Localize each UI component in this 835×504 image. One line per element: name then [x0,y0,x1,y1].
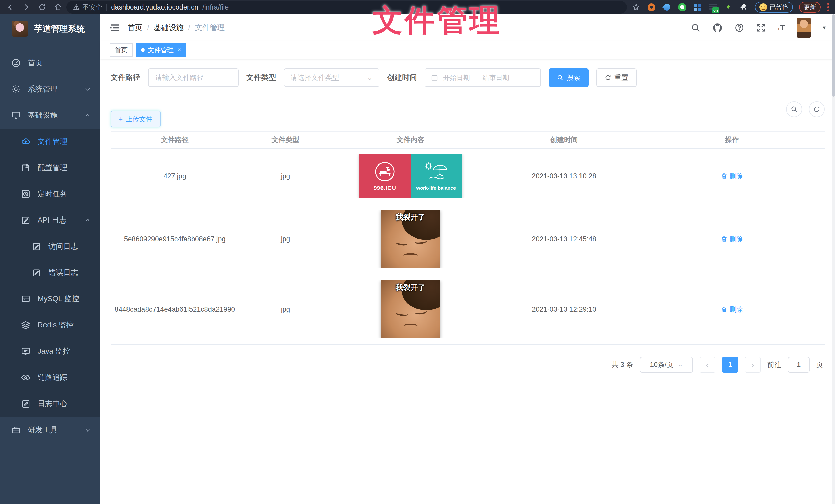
font-size-icon[interactable]: тT [778,23,785,32]
breadcrumb-infra[interactable]: 基础设施 [154,23,184,33]
toolbox-icon [11,425,21,435]
chevron-down-icon[interactable]: ▾ [823,24,826,31]
chevron-up-icon [84,112,91,119]
sidebar-item-devtools[interactable]: 研发工具 [0,417,100,443]
delete-button[interactable]: 删除 [721,172,743,181]
hamburger-icon[interactable] [109,22,120,33]
trash-icon [721,173,728,180]
sidebar-item-system[interactable]: 系统管理 [0,76,100,102]
delete-button[interactable]: 删除 [721,305,743,314]
file-preview-image[interactable]: 我裂开了 [381,210,441,268]
on-badge: on [712,7,719,13]
sidebar-item-cron[interactable]: 定时任务 [0,181,100,207]
home-icon[interactable] [52,2,65,13]
fullscreen-icon[interactable] [756,23,766,33]
page-unit-label: 页 [816,360,823,369]
sidebar-item-label: 定时任务 [38,189,67,199]
refresh-button[interactable] [809,101,825,117]
security-warning[interactable]: 不安全 [73,3,102,12]
page-size-select[interactable]: 10条/页 ⌄ [640,357,693,373]
sidebar-item-java[interactable]: Java 监控 [0,338,100,364]
tab-label: 文件管理 [148,46,174,54]
sidebar-item-access-log[interactable]: 访问日志 [0,233,100,259]
delete-label: 删除 [730,172,743,181]
url-path[interactable]: /infra/file [202,3,228,11]
sidebar-item-file-manage[interactable]: 文件管理 [0,128,100,155]
file-path-cell: 8448cada8c714e4ab61f521c8da21990 [110,306,239,314]
breadcrumb-home[interactable]: 首页 [127,23,142,33]
extension-green-icon[interactable] [678,3,687,12]
extension-gear-icon[interactable] [647,3,656,12]
next-page-button[interactable]: › [745,357,761,373]
extension-grid-icon[interactable] [693,3,702,12]
sidebar-item-home[interactable]: 首页 [0,50,100,76]
goto-label: 前往 [767,360,781,369]
bookmark-star-icon[interactable] [631,3,640,12]
url-host[interactable]: dashboard.yudao.iocoder.cn [111,3,198,11]
toggle-search-button[interactable] [786,101,802,117]
filter-form: 文件路径 文件类型 请选择文件类型 ⌄ 创建时间 开始日期 - 结束日期 [110,68,825,87]
column-file-path: 文件路径 [110,135,239,144]
extension-switch-icon[interactable]: on [709,3,718,12]
forward-icon[interactable] [20,2,33,13]
sidebar-logo[interactable]: 芋道管理系统 [0,14,100,43]
sidebar-item-trace[interactable]: 链路追踪 [0,364,100,391]
sidebar-item-redis[interactable]: Redis 监控 [0,312,100,338]
refresh-icon [605,74,611,81]
reset-button[interactable]: 重置 [596,68,636,87]
scrollbar[interactable] [832,14,835,504]
file-preview-image[interactable]: 我裂开了 [381,280,441,338]
delete-button[interactable]: 删除 [721,235,743,244]
goto-page-input[interactable] [788,357,810,373]
scrollbar-thumb[interactable] [832,14,835,97]
browser-menu-icon[interactable]: ••• [827,2,829,12]
tab-file-manage[interactable]: 文件管理 × [136,43,186,57]
extensions-puzzle-icon[interactable] [739,3,749,12]
date-start-placeholder: 开始日期 [443,73,470,82]
file-path-input[interactable] [148,68,239,87]
current-page-button[interactable]: 1 [722,357,738,373]
file-type-cell: jpg [239,235,332,243]
sidebar-item-config[interactable]: 配置管理 [0,155,100,181]
sidebar-item-mysql[interactable]: MySQL 监控 [0,286,100,312]
file-path-label: 文件路径 [110,72,140,83]
breadcrumb-current: 文件管理 [195,23,225,33]
back-icon[interactable] [4,2,17,13]
help-icon[interactable] [734,23,744,33]
close-icon[interactable]: × [178,46,181,54]
worklife-panel: work-life balance [411,154,462,198]
tab-home[interactable]: 首页 [109,43,133,57]
chevron-down-icon [84,427,91,433]
beach-icon [421,161,451,183]
reload-icon[interactable] [36,2,49,13]
file-preview-image[interactable]: 996.ICU work-life balance [360,154,462,198]
calendar-icon [431,74,438,81]
avatar[interactable] [797,18,811,38]
date-range-picker[interactable]: 开始日期 - 结束日期 [425,68,541,87]
main-header: 首页 / 基础设施 / 文件管理 тT ▾ [100,14,835,41]
sidebar-item-label: 基础设施 [28,110,58,121]
github-icon[interactable] [712,23,722,33]
sidebar-item-api-log[interactable]: API 日志 [0,207,100,233]
update-button[interactable]: 更新 [799,2,821,13]
profile-paused-badge[interactable]: 已暂停 [755,2,793,13]
file-type-select[interactable]: 请选择文件类型 ⌄ [284,68,380,87]
java-monitor-icon [21,346,31,356]
log-edit-icon [21,215,31,225]
paused-label: 已暂停 [770,3,788,11]
file-content-cell: 996.ICU work-life balance [332,154,489,198]
extension-bolt-icon[interactable] [724,3,733,12]
file-content-cell: 我裂开了 [332,210,489,268]
search-button[interactable]: 搜索 [549,68,589,87]
prev-page-button[interactable]: ‹ [699,357,715,373]
upload-file-button[interactable]: + 上传文件 [110,110,161,127]
sidebar-item-log-center[interactable]: 日志中心 [0,391,100,417]
extension-drop-icon[interactable] [662,3,672,12]
address-bar[interactable]: 不安全 dashboard.yudao.iocoder.cn/infra/fil… [66,1,627,14]
search-icon[interactable] [691,23,700,33]
sidebar-item-error-log[interactable]: 错误日志 [0,259,100,286]
actions-cell: 删除 [639,305,825,314]
sidebar-item-label: 首页 [28,58,43,68]
sidebar-item-infra[interactable]: 基础设施 [0,102,100,128]
sidebar-item-label: MySQL 监控 [38,294,79,304]
